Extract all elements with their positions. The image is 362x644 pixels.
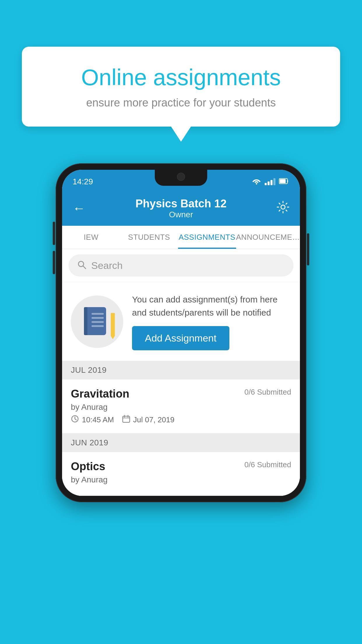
notebook-body xyxy=(84,307,106,335)
cta-section: You can add assignment(s) from here and … xyxy=(62,282,300,361)
tab-assignments[interactable]: ASSIGNMENTS xyxy=(178,226,236,249)
tab-iew[interactable]: IEW xyxy=(62,226,120,249)
search-icon xyxy=(77,260,87,271)
phone-vol-up xyxy=(53,222,55,245)
section-header-jul: JUL 2019 xyxy=(62,361,300,379)
assignment-top-row: Gravitation 0/6 Submitted xyxy=(71,388,291,400)
tab-students[interactable]: STUDENTS xyxy=(120,226,178,249)
phone-camera xyxy=(177,173,185,181)
pencil xyxy=(111,313,115,336)
tab-announcements[interactable]: ANNOUNCEME… xyxy=(236,226,300,249)
battery-icon xyxy=(279,178,289,186)
assignment-item-optics[interactable]: Optics 0/6 Submitted by Anurag xyxy=(62,452,300,496)
notebook-line xyxy=(92,321,104,323)
cta-description: You can add assignment(s) from here and … xyxy=(132,293,291,319)
bubble-subtitle: ensure more practice for your students xyxy=(42,97,320,109)
phone-notch xyxy=(155,170,207,186)
phone-vol-down xyxy=(53,251,55,274)
assignment-submitted: 0/6 Submitted xyxy=(245,388,291,397)
phone-screen: 14:29 xyxy=(62,170,300,496)
notebook-lines xyxy=(92,313,104,329)
back-button[interactable]: ← xyxy=(73,201,85,216)
assignment-submitted-optics: 0/6 Submitted xyxy=(245,460,291,469)
search-placeholder: Search xyxy=(91,260,123,271)
date-value: Jul 07, 2019 xyxy=(133,415,175,424)
assignment-author-optics: by Anurag xyxy=(71,475,291,484)
cta-icon-circle xyxy=(71,295,123,348)
add-assignment-button[interactable]: Add Assignment xyxy=(132,326,229,350)
status-icons xyxy=(252,178,289,186)
speech-bubble-area: Online assignments ensure more practice … xyxy=(22,47,340,127)
svg-line-5 xyxy=(83,266,86,269)
phone-outer: 14:29 xyxy=(56,163,306,502)
phone-mockup: 14:29 xyxy=(56,163,306,502)
meta-date: Jul 07, 2019 xyxy=(122,415,175,425)
notebook-icon xyxy=(84,307,110,336)
search-container: Search xyxy=(62,249,300,282)
bubble-title: Online assignments xyxy=(42,64,320,91)
phone-power xyxy=(307,233,309,265)
status-time: 14:29 xyxy=(73,177,93,186)
assignment-title-optics: Optics xyxy=(71,460,105,473)
signal-icon xyxy=(265,178,275,185)
assignment-top-row-optics: Optics 0/6 Submitted xyxy=(71,460,291,473)
notebook-line xyxy=(92,317,104,319)
search-box[interactable]: Search xyxy=(68,254,294,276)
header-title-group: Physics Batch 12 Owner xyxy=(136,197,227,219)
app-header: ← Physics Batch 12 Owner xyxy=(62,191,300,226)
wifi-icon xyxy=(252,178,261,186)
calendar-icon xyxy=(122,415,130,425)
notebook-line xyxy=(92,325,104,327)
assignment-meta: 10:45 AM Jul 07, 201 xyxy=(71,415,291,425)
svg-point-3 xyxy=(281,205,285,209)
svg-rect-2 xyxy=(280,179,286,183)
clock-icon xyxy=(71,415,79,425)
content-area: Search xyxy=(62,249,300,496)
speech-bubble: Online assignments ensure more practice … xyxy=(22,47,340,127)
settings-icon[interactable] xyxy=(277,201,289,216)
svg-line-8 xyxy=(75,419,76,420)
assignment-author: by Anurag xyxy=(71,402,291,412)
assignment-item-gravitation[interactable]: Gravitation 0/6 Submitted by Anurag xyxy=(62,379,300,433)
meta-time: 10:45 AM xyxy=(71,415,114,425)
svg-rect-9 xyxy=(123,416,130,422)
svg-point-0 xyxy=(256,183,257,185)
time-value: 10:45 AM xyxy=(82,415,114,424)
assignment-title: Gravitation xyxy=(71,388,129,400)
tabs-bar: IEW STUDENTS ASSIGNMENTS ANNOUNCEME… xyxy=(62,226,300,249)
section-header-jun: JUN 2019 xyxy=(62,433,300,452)
cta-text-group: You can add assignment(s) from here and … xyxy=(132,293,291,350)
header-subtitle: Owner xyxy=(136,210,227,219)
pencil-tip xyxy=(111,336,115,339)
notebook-line xyxy=(92,313,104,315)
header-title: Physics Batch 12 xyxy=(136,197,227,210)
